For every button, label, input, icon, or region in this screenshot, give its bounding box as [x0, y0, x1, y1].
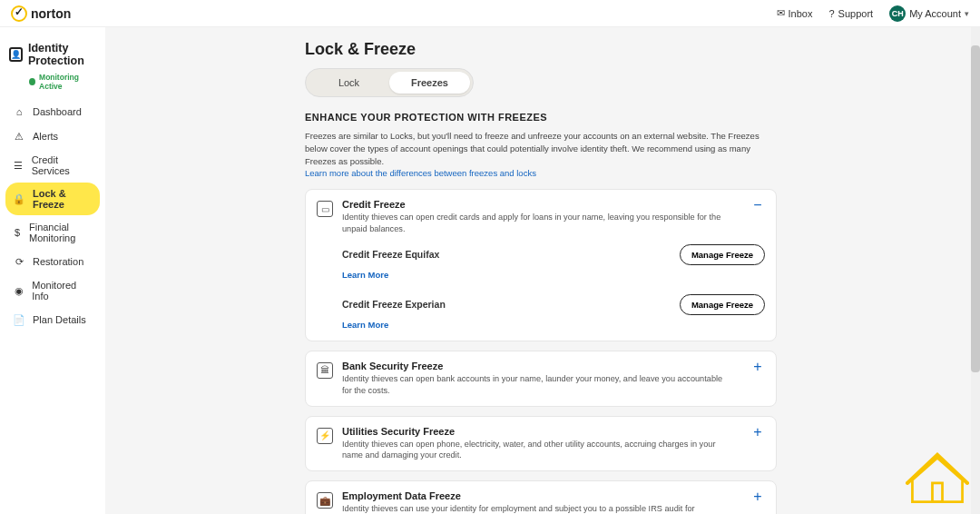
restoration-icon: ⟳ — [13, 255, 25, 268]
bank-freeze-card: 🏛 Bank Security Freeze Identity thieves … — [305, 351, 777, 407]
support-label: Support — [838, 8, 874, 19]
sidebar-item-credit-services[interactable]: ☰Credit Services — [5, 149, 100, 182]
inbox-link[interactable]: ✉ Inbox — [777, 7, 813, 19]
tab-lock[interactable]: Lock — [309, 72, 389, 94]
plan-icon: 📄 — [13, 313, 25, 326]
credit-icon: ☰ — [13, 159, 24, 172]
alerts-icon: ⚠ — [13, 130, 25, 143]
sidebar-item-label: Monitored Info — [32, 280, 93, 301]
equifax-learn-more[interactable]: Learn More — [342, 270, 388, 280]
house-illustration-icon — [906, 449, 969, 505]
experian-row: Credit Freeze Experian Manage Freeze — [342, 294, 765, 315]
card-desc: Identity thieves can use your identity f… — [342, 503, 732, 514]
product-header: 👤 Identity Protection — [5, 36, 100, 71]
sidebar-item-label: Financial Monitoring — [29, 222, 93, 243]
sidebar-item-lock-freeze[interactable]: 🔒Lock & Freeze — [5, 183, 100, 215]
intro-body: Freezes are similar to Locks, but you'll… — [305, 131, 760, 166]
sidebar-item-label: Plan Details — [33, 314, 86, 325]
manage-equifax-button[interactable]: Manage Freeze — [680, 244, 765, 265]
tab-freezes[interactable]: Freezes — [389, 72, 470, 94]
lock-freeze-tabs: Lock Freezes — [305, 68, 474, 97]
sidebar: 👤 Identity Protection Monitoring Active … — [0, 27, 105, 514]
sidebar-item-plan-details[interactable]: 📄Plan Details — [5, 308, 100, 331]
equifax-row: Credit Freeze Equifax Manage Freeze — [342, 244, 765, 265]
sidebar-item-financial-monitoring[interactable]: $Financial Monitoring — [5, 216, 100, 249]
monitored-icon: ◉ — [13, 284, 24, 297]
card-title: Bank Security Freeze — [342, 361, 732, 371]
card-title: Credit Freeze — [342, 199, 732, 210]
account-label: My Account — [909, 8, 961, 19]
section-heading: ENHANCE YOUR PROTECTION WITH FREEZES — [305, 112, 777, 123]
expand-icon[interactable] — [750, 361, 765, 375]
card-desc: Identity thieves can open bank accounts … — [342, 373, 732, 397]
sidebar-nav: ⌂Dashboard ⚠Alerts ☰Credit Services 🔒Loc… — [5, 100, 100, 331]
sidebar-item-label: Credit Services — [32, 154, 93, 176]
brand-text: norton — [31, 6, 71, 21]
brand-logo: norton — [11, 5, 71, 22]
expand-icon[interactable] — [750, 426, 765, 440]
sidebar-item-monitored-info[interactable]: ◉Monitored Info — [5, 274, 100, 307]
help-icon: ? — [828, 8, 834, 19]
equifax-title: Credit Freeze Equifax — [342, 249, 439, 260]
card-title: Utilities Security Freeze — [342, 426, 732, 437]
experian-learn-more[interactable]: Learn More — [342, 320, 388, 330]
card-title: Employment Data Freeze — [342, 490, 732, 501]
credit-card-icon: ▭ — [317, 201, 333, 217]
financial-icon: $ — [13, 226, 22, 239]
lock-icon: 🔒 — [13, 193, 25, 205]
credit-freeze-card: ▭ Credit Freeze Identity thieves can ope… — [305, 189, 777, 341]
bolt-icon: ⚡ — [317, 428, 333, 444]
manage-experian-button[interactable]: Manage Freeze — [680, 294, 765, 315]
card-desc: Identity thieves can open credit cards a… — [342, 212, 732, 235]
intro-text: Freezes are similar to Locks, but you'll… — [305, 130, 777, 180]
content-area: Lock & Freeze Lock Freezes ENHANCE YOUR … — [105, 27, 980, 514]
sidebar-item-label: Lock & Freeze — [33, 188, 93, 210]
scroll-thumb[interactable] — [971, 45, 980, 372]
norton-check-icon — [11, 5, 27, 22]
sidebar-item-label: Restoration — [33, 256, 83, 267]
account-menu[interactable]: CH My Account ▾ — [889, 5, 969, 22]
page-title: Lock & Freeze — [305, 40, 777, 59]
sidebar-item-restoration[interactable]: ⟳Restoration — [5, 250, 100, 273]
identity-protection-icon: 👤 — [9, 47, 23, 62]
topbar: norton ✉ Inbox ? Support CH My Account ▾ — [0, 0, 980, 27]
sidebar-item-label: Dashboard — [33, 106, 82, 117]
svg-rect-0 — [932, 483, 942, 502]
sidebar-item-label: Alerts — [33, 131, 58, 142]
bank-icon: 🏛 — [317, 362, 333, 379]
status-dot-icon — [29, 78, 35, 85]
experian-title: Credit Freeze Experian — [342, 299, 446, 310]
monitoring-status: Monitoring Active — [5, 73, 100, 98]
scrollbar[interactable] — [971, 27, 980, 514]
briefcase-icon: 💼 — [317, 492, 333, 509]
card-desc: Identity thieves can open phone, electri… — [342, 439, 732, 462]
expand-icon[interactable] — [750, 490, 765, 505]
support-link[interactable]: ? Support — [828, 8, 873, 19]
avatar: CH — [889, 5, 906, 22]
collapse-icon[interactable] — [750, 199, 765, 213]
sidebar-item-dashboard[interactable]: ⌂Dashboard — [5, 100, 100, 124]
utilities-freeze-card: ⚡ Utilities Security Freeze Identity thi… — [305, 416, 777, 472]
dashboard-icon: ⌂ — [13, 105, 25, 118]
employment-freeze-card: 💼 Employment Data Freeze Identity thieve… — [305, 480, 777, 514]
intro-learn-more-link[interactable]: Learn more about the differences between… — [305, 168, 536, 178]
chevron-down-icon: ▾ — [965, 9, 969, 18]
mail-icon: ✉ — [777, 7, 785, 19]
sidebar-item-alerts[interactable]: ⚠Alerts — [5, 124, 100, 148]
monitoring-label: Monitoring Active — [39, 73, 96, 91]
product-title: Identity Protection — [28, 42, 96, 67]
inbox-label: Inbox — [789, 8, 813, 19]
